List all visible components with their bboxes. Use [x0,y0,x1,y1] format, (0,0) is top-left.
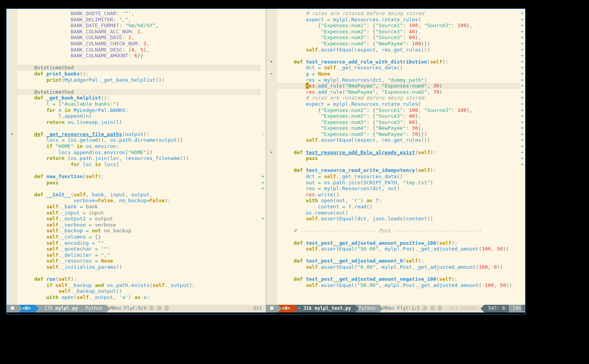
left-code-area[interactable]: BANK_QUOTE_CHAR: '"', BANK_DELIMITER: ",… [17,9,260,305]
code-line[interactable] [17,167,260,173]
code-line[interactable]: + [277,161,520,168]
code-line[interactable]: def test_post__get_adjusted_amount_posit… [277,240,520,246]
code-line[interactable]: expect = mylpl.Resources.rotate_rules(+ [277,101,520,107]
code-line[interactable]: if self._backup and os.path.exists(self.… [17,282,260,288]
code-line[interactable]: locs.append(os.environ["HOME"]) [17,149,260,156]
code-line[interactable]: verbose=False, no_backup=False): [17,197,260,204]
code-line[interactable]: res.add_rule("NewPayee", "Expenses:num5"… [277,89,520,95]
code-line[interactable]: "Expenses:num4": {"NewPayee": 100}})+ [277,41,520,47]
code-line[interactable]: def new_function(self):+ [17,173,260,180]
code-line[interactable]: res.write() [277,192,520,198]
code-line[interactable]: "Expenses:num3": {"Source3": 60},+ [277,34,520,41]
code-line[interactable]: @staticmethod [17,89,260,95]
code-line[interactable]: return os.linesep.join(l) [17,119,260,125]
code-line[interactable]: # rules are rotated before being stored+ [277,95,520,101]
code-line[interactable]: self._output2 = output• [17,216,260,222]
code-line[interactable]: os.remove(out) [277,210,520,216]
code-line[interactable]: {"Expenses:num1": {"Source1": 100, "Sour… [277,22,520,29]
code-line[interactable]: def test_resource_add_rule_with_distribu… [277,59,520,65]
code-line[interactable] [17,59,260,65]
code-line[interactable]: BANK_DELIMITER: ",", [17,17,260,23]
right-pane[interactable]: # rules are rotated before being stored+… [266,9,525,305]
code-line[interactable]: self._quotechar = '"' [17,246,260,252]
code-line[interactable]: BANK_COLNAME_DESC: [4, 5], [17,47,260,53]
code-line[interactable]: with open(self._output, 'a') as o: [17,294,260,300]
code-line[interactable]: BANK_QUOTE_CHAR: '"', [17,10,260,17]
code-line[interactable]: dct = self._get_resources_data()+ [277,65,520,71]
code-line[interactable]: dct = self._get_resources_data() [277,173,520,180]
code-line[interactable]: self._input = input [17,210,260,216]
modeline-left[interactable]: ❶ <N> - 17k mylpl.py Python MRev FlyC:0/… [7,305,266,312]
code-line[interactable]: def run(self): [17,276,260,282]
code-line[interactable] [277,252,520,258]
code-line[interactable]: + [277,53,520,59]
code-line[interactable] [17,83,260,89]
code-line[interactable]: self.assertEqual("50.00", mylpl.Post._ge… [277,282,520,288]
code-line[interactable] [277,234,520,240]
code-line[interactable]: "Expenses:num5": {"NewPayee": 70}})+ [277,131,520,137]
code-line[interactable]: def _get_resources_file_paths(output):- [17,131,260,137]
code-line[interactable]: # rules are rotated before being stored+ [277,10,520,17]
minibuffer[interactable] [7,312,525,314]
code-line[interactable] [17,270,260,276]
code-line[interactable]: self._encoding = "" [17,240,260,246]
code-line[interactable] [277,270,520,276]
code-line[interactable]: + [17,185,260,192]
code-line[interactable] [17,125,260,131]
code-line[interactable]: "Expenses:num2": {"Source3": 40},+ [277,29,520,35]
code-line[interactable]: for loc in locs] [17,161,260,168]
code-line[interactable]: locs = [os.getcwd(), os.path.dirname(out… [17,137,260,143]
code-line[interactable]: self.assertEqual("0.00", mylpl.Post._get… [277,264,520,270]
code-line[interactable]: def print_banks(): [17,71,260,77]
code-line[interactable] [277,222,520,228]
buffer-name-segment[interactable]: - 31k mylpl_test.py [294,305,355,312]
code-line[interactable]: self._backup = not no_backup [17,228,260,234]
scrollbar-thumb[interactable] [521,305,525,311]
code-line[interactable]: self._columns = {} [17,234,260,240]
code-line[interactable]: def _get_bank_helplist(): [17,95,260,101]
code-line[interactable]: content = f.read() [277,204,520,210]
code-line[interactable]: BANK_COLNAME_ACC_NUM: 1, [17,29,260,35]
right-code-area[interactable]: # rules are rotated before being stored+… [277,9,520,305]
code-line[interactable]: out = os.path.join(SCRIPT_PATH, "tmp.txt… [277,180,520,186]
code-line[interactable]: BANK_COLNAME_CHECK_NUM: 3, [17,41,260,47]
left-pane[interactable]: BANK_QUOTE_CHAR: '"', BANK_DELIMITER: ",… [7,9,266,305]
code-line[interactable]: res = mylpl.Resources(dct, out) [277,185,520,192]
code-line[interactable]: def test_resource_add_Rule_already_exist… [277,149,520,156]
code-line[interactable]: if "HOME" in os.environ: [17,143,260,149]
code-line[interactable]: for n in MyLedgerPal.BANKS: [17,107,260,113]
code-line[interactable]: res.add_rule("NewPayee", "Expenses:num4"… [277,83,520,89]
code-line[interactable]: print(MyLedgerPal._get_bank_helplist()) [17,77,260,83]
code-line[interactable]: @staticmethod [17,65,260,71]
code-line[interactable]: l = ["Available banks:"] [17,101,260,107]
code-line[interactable]: BANK_COLNAME_AMOUNT: 6}} [17,53,260,59]
code-line[interactable]: self._delimiter = "," [17,252,260,258]
code-line[interactable]: "Expenses:num2": {"Source3": 40},+ [277,113,520,119]
code-line[interactable]: "Expenses:num4": {"NewPayee": 30},+ [277,125,520,131]
code-line[interactable]: self.assertEqual(expect, res.get_rules()… [277,137,520,143]
code-line[interactable]: self._backup_output() [17,288,260,294]
code-line[interactable]: BANK_DATE_FORMAT: "%m/%d/%Y", [17,22,260,29]
code-line[interactable]: self.assertEqual(expect, res.get_rules()… [277,47,520,53]
code-line[interactable]: res = mylpl.Resources(dct, "dummy_path")… [277,77,520,83]
buffer-name-segment[interactable]: - 17k mylpl.py [35,305,82,312]
modeline-right[interactable]: ❷ <N> - 31k mylpl_test.py Python MRev Fl… [266,305,525,312]
code-line[interactable]: def test_post__get_adjusted_amount_0(sel… [277,258,520,264]
code-line[interactable]: a = None+ [277,71,520,77]
code-line[interactable]: self.assertEqual(dct, json.loads(content… [277,216,520,222]
code-line[interactable]: pass+ [277,155,520,161]
code-line[interactable]: def test_post__get_adjusted_amount_negat… [277,276,520,282]
code-line[interactable]: expect = mylpl.Resources.rotate_rules(+ [277,17,520,23]
code-line[interactable]: self._bank = bank [17,204,260,210]
code-line[interactable]: self._resources = None [17,258,260,264]
code-line[interactable]: "Expenses:num3": {"Source3": 60},+ [277,119,520,125]
code-line[interactable]: with open(out, 'r') as f: [277,197,520,204]
code-line[interactable]: def __init__(self, bank, input, output, [17,192,260,198]
code-line[interactable]: l.append(n) [17,113,260,119]
code-line[interactable]: self.assertEqual("50.00", mylpl.Post._ge… [277,246,520,252]
code-line[interactable]: {"Expenses:num1": {"Source1": 100, "Sour… [277,107,520,113]
code-line[interactable]: def test_resource_read_write_idempotency… [277,167,520,173]
code-line[interactable]: pass+ [17,180,260,186]
code-line[interactable]: + [277,143,520,149]
code-line[interactable]: self._verbose = verbose [17,222,260,228]
